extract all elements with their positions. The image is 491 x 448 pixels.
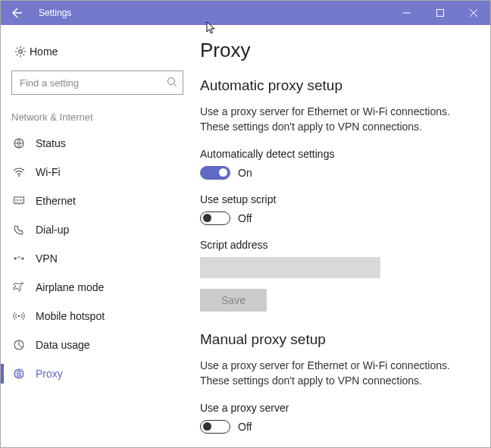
manual-heading: Manual proxy setup — [200, 331, 471, 348]
home-label: Home — [30, 45, 58, 58]
sidebar-item-proxy[interactable]: Proxy — [11, 359, 183, 388]
hotspot-icon — [13, 310, 36, 322]
sidebar-item-vpn[interactable]: VPN — [11, 244, 183, 273]
proxy-icon — [13, 368, 36, 380]
svg-point-7 — [22, 258, 24, 260]
auto-description: Use a proxy server for Ethernet or Wi-Fi… — [200, 105, 471, 134]
sidebar-item-label: Dial-up — [36, 224, 69, 236]
detect-state: On — [238, 167, 252, 179]
save-button[interactable]: Save — [200, 289, 267, 312]
sidebar-item-label: Mobile hotspot — [36, 310, 105, 322]
script-state: Off — [238, 212, 252, 224]
script-address-label: Script address — [200, 239, 471, 251]
data-icon — [13, 339, 36, 351]
sidebar: Home Network & Internet Status Wi-Fi Eth… — [1, 25, 194, 447]
svg-point-2 — [168, 78, 175, 85]
home-button[interactable]: Home — [11, 39, 183, 64]
sidebar-item-label: Proxy — [36, 368, 63, 380]
ethernet-icon — [13, 195, 36, 207]
minimize-icon — [403, 9, 411, 17]
search-box[interactable] — [11, 70, 183, 95]
maximize-button[interactable] — [424, 1, 457, 25]
sidebar-item-dialup[interactable]: Dial-up — [11, 215, 183, 244]
script-toggle[interactable] — [200, 211, 230, 225]
sidebar-item-label: Data usage — [36, 339, 90, 351]
manual-description: Use a proxy server for Ethernet or Wi-Fi… — [200, 359, 471, 388]
main-content: Proxy Automatic proxy setup Use a proxy … — [194, 25, 490, 447]
arrow-left-icon — [11, 7, 23, 19]
selection-indicator — [1, 364, 4, 384]
wifi-icon — [13, 166, 36, 178]
minimize-button[interactable] — [390, 1, 424, 25]
svg-rect-5 — [14, 197, 24, 203]
airplane-icon — [13, 281, 36, 293]
window-controls — [390, 1, 490, 25]
sidebar-item-status[interactable]: Status — [11, 129, 183, 158]
gear-icon — [11, 45, 30, 58]
svg-rect-0 — [437, 10, 444, 17]
use-proxy-state: Off — [238, 421, 252, 433]
sidebar-item-label: Ethernet — [36, 195, 76, 207]
detect-toggle[interactable] — [200, 166, 230, 180]
svg-point-6 — [14, 258, 17, 260]
detect-label: Automatically detect settings — [200, 148, 471, 160]
sidebar-item-wifi[interactable]: Wi-Fi — [11, 158, 183, 186]
close-icon — [470, 9, 477, 17]
svg-point-4 — [18, 175, 20, 177]
script-address-input[interactable] — [200, 257, 380, 278]
window-title: Settings — [34, 8, 390, 18]
sidebar-item-airplane[interactable]: Airplane mode — [11, 273, 183, 302]
close-button[interactable] — [457, 1, 490, 25]
sidebar-item-label: Status — [36, 137, 66, 149]
sidebar-item-label: Wi-Fi — [36, 166, 61, 178]
page-title: Proxy — [200, 39, 471, 62]
use-proxy-toggle[interactable] — [200, 420, 230, 434]
sidebar-item-datausage[interactable]: Data usage — [11, 331, 183, 359]
auto-heading: Automatic proxy setup — [200, 77, 471, 94]
search-input[interactable] — [11, 70, 183, 95]
search-icon — [167, 77, 177, 87]
script-label: Use setup script — [200, 193, 471, 205]
back-button[interactable] — [1, 1, 34, 25]
titlebar: Settings — [1, 1, 490, 25]
maximize-icon — [436, 9, 444, 17]
status-icon — [13, 137, 36, 149]
dialup-icon — [13, 224, 36, 236]
group-header: Network & Internet — [11, 111, 183, 123]
sidebar-item-label: Airplane mode — [36, 281, 104, 293]
sidebar-item-ethernet[interactable]: Ethernet — [11, 186, 183, 215]
vpn-icon — [13, 252, 36, 265]
sidebar-item-label: VPN — [36, 252, 58, 265]
use-proxy-label: Use a proxy server — [200, 402, 471, 414]
svg-point-8 — [18, 315, 20, 318]
sidebar-item-hotspot[interactable]: Mobile hotspot — [11, 302, 183, 331]
svg-point-1 — [19, 50, 23, 54]
